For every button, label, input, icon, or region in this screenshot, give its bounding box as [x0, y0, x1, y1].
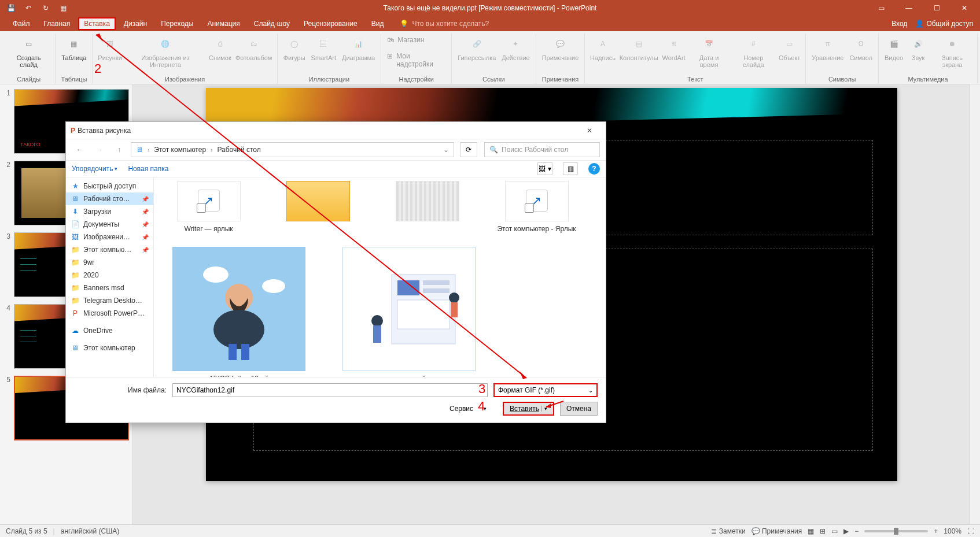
notes-button[interactable]: ≣ Заметки — [711, 527, 745, 535]
tab-file[interactable]: Файл — [7, 17, 36, 30]
tree-folder-2020[interactable]: 📁2020 — [66, 269, 153, 282]
tab-transitions[interactable]: Переходы — [155, 17, 199, 30]
file-gif-1[interactable] — [172, 247, 305, 371]
fit-to-window-icon[interactable]: ⛶ — [967, 527, 974, 535]
equation-button[interactable]: πУравнение — [809, 34, 846, 75]
tools-link[interactable]: Сервис — [450, 405, 473, 413]
zoom-in-icon[interactable]: + — [934, 527, 938, 535]
wordart-button[interactable]: 𝔄WordArt — [661, 34, 687, 75]
dialog-titlebar[interactable]: P Вставка рисунка ✕ — [66, 122, 606, 139]
ribbon-options-icon[interactable]: ▭ — [868, 0, 894, 16]
organize-button[interactable]: Упорядочить ▾ — [72, 165, 117, 173]
minimize-icon[interactable]: — — [896, 0, 922, 16]
my-addins-button[interactable]: ⊞Мои надстройки — [387, 52, 445, 68]
tree-quick-access[interactable]: ★Быстрый доступ — [66, 180, 153, 192]
chevron-down-icon[interactable]: ▾ — [541, 406, 547, 412]
comments-button[interactable]: 💬 Примечания — [751, 527, 802, 535]
tree-folder-ppt[interactable]: PMicrosoft PowerP… — [66, 307, 153, 320]
tab-home[interactable]: Главная — [38, 17, 76, 30]
tree-onedrive[interactable]: ☁OneDrive — [66, 324, 153, 337]
slide-number-button[interactable]: #Номер слайда — [731, 34, 776, 75]
share-button[interactable]: 👤 Общий доступ — [915, 20, 973, 28]
table-button[interactable]: ▦Таблица — [59, 34, 89, 75]
search-input[interactable]: 🔍 Поиск: Рабочий стол — [484, 142, 600, 157]
insert-button[interactable]: Вставить ▾ — [503, 402, 554, 416]
save-icon[interactable]: 💾 — [5, 2, 17, 14]
new-folder-button[interactable]: Новая папка — [128, 165, 168, 173]
filename-input[interactable] — [172, 383, 488, 397]
video-button[interactable]: 🎬Видео — [882, 34, 905, 75]
tab-view[interactable]: Вид — [366, 17, 390, 30]
comment-button[interactable]: 💬Примечание — [540, 34, 581, 75]
maximize-icon[interactable]: ☐ — [923, 0, 950, 16]
textbox-button[interactable]: AНадпись — [588, 34, 617, 75]
datetime-button[interactable]: 📅Дата и время — [688, 34, 730, 75]
redo-icon[interactable]: ↻ — [39, 2, 52, 14]
online-pictures-button[interactable]: 🌐Изображения из Интернета — [125, 34, 207, 75]
zoom-out-icon[interactable]: − — [854, 527, 859, 535]
file-list[interactable]: ↗ Writer — ярлык ↗ Этот компьютер - Ярлы… — [154, 177, 606, 377]
view-mode-button[interactable]: 🖼 ▾ — [537, 162, 552, 175]
nav-forward-icon[interactable]: → — [91, 142, 108, 157]
file-keyboard[interactable] — [396, 181, 459, 221]
screenshot-button[interactable]: ⎙Снимок — [207, 34, 233, 75]
start-from-beginning-icon[interactable]: ▦ — [57, 2, 69, 14]
dialog-close-icon[interactable]: ✕ — [578, 127, 601, 135]
store-button[interactable]: 🛍Магазин — [387, 36, 445, 44]
breadcrumb-pc[interactable]: Этот компьютер — [154, 146, 206, 154]
smartart-button[interactable]: ⿳SmartArt — [309, 34, 338, 75]
nav-back-icon[interactable]: ← — [72, 142, 88, 157]
tree-folder-telegram[interactable]: 📁Telegram Deskto… — [66, 294, 153, 307]
zoom-level[interactable]: 100% — [944, 527, 961, 535]
tab-animations[interactable]: Анимация — [201, 17, 245, 30]
vertical-scrollbar[interactable] — [970, 84, 980, 524]
language-status[interactable]: английский (США) — [61, 527, 119, 535]
tab-slideshow[interactable]: Слайд-шоу — [248, 17, 296, 30]
breadcrumb-desktop[interactable]: Рабочий стол — [217, 146, 260, 154]
tell-me-search[interactable]: 💡 Что вы хотите сделать? — [400, 20, 489, 28]
file-folder[interactable] — [286, 181, 350, 221]
signin-link[interactable]: Вход — [891, 20, 907, 28]
preview-pane-button[interactable]: ▥ — [563, 162, 578, 175]
file-writer-shortcut[interactable]: ↗ — [177, 181, 241, 221]
tab-design[interactable]: Дизайн — [118, 17, 153, 30]
file-pc-shortcut[interactable]: ↗ — [505, 181, 569, 221]
action-button[interactable]: ✦Действие — [499, 34, 532, 75]
tab-insert[interactable]: Вставка — [78, 17, 116, 30]
audio-button[interactable]: 🔊Звук — [907, 34, 930, 75]
nav-up-icon[interactable]: ↑ — [111, 142, 127, 157]
chart-button[interactable]: 📊Диаграмма — [340, 34, 377, 75]
tree-thispc-folder[interactable]: 📁Этот компью…📌 — [66, 243, 153, 256]
folder-tree[interactable]: ★Быстрый доступ 🖥Рабочий сто…📌 ⬇Загрузки… — [66, 177, 154, 377]
breadcrumb[interactable]: 🖥 › Этот компьютер › Рабочий стол ⌄ — [131, 142, 454, 157]
normal-view-icon[interactable]: ▦ — [808, 527, 814, 535]
sorter-view-icon[interactable]: ⊞ — [820, 527, 826, 535]
hyperlink-button[interactable]: 🔗Гиперссылка — [455, 34, 498, 75]
help-icon[interactable]: ? — [588, 163, 600, 175]
object-button[interactable]: ▭Объект — [777, 34, 802, 75]
cancel-button[interactable]: Отмена — [560, 402, 598, 416]
close-icon[interactable]: ✕ — [951, 0, 978, 16]
file-gif-2[interactable] — [342, 247, 476, 371]
new-slide-button[interactable]: ▭Создать слайд — [6, 34, 51, 75]
refresh-icon[interactable]: ⟳ — [460, 142, 477, 157]
undo-icon[interactable]: ↶ — [22, 2, 35, 14]
filetype-dropdown[interactable]: Формат GIF (*.gif) ⌄ — [493, 383, 598, 397]
shapes-button[interactable]: ◯Фигуры — [281, 34, 308, 75]
tree-downloads[interactable]: ⬇Загрузки📌 — [66, 205, 153, 218]
header-footer-button[interactable]: ▤Колонтитулы — [618, 34, 660, 75]
photo-album-button[interactable]: 🗂Фотоальбом — [234, 34, 274, 75]
tree-folder-banners[interactable]: 📁Banners msd — [66, 282, 153, 294]
tree-desktop[interactable]: 🖥Рабочий сто…📌 — [66, 192, 153, 205]
slideshow-view-icon[interactable]: ▶ — [843, 527, 849, 535]
tab-review[interactable]: Рецензирование — [298, 17, 363, 30]
reading-view-icon[interactable]: ▭ — [831, 527, 838, 535]
symbol-button[interactable]: ΩСимвол — [847, 34, 875, 75]
tree-thispc[interactable]: 🖥Этот компьютер — [66, 342, 153, 354]
chevron-down-icon[interactable]: ⌄ — [443, 146, 449, 154]
zoom-slider[interactable] — [864, 530, 928, 532]
screen-recording-button[interactable]: ⏺Запись экрана — [931, 34, 974, 75]
tree-documents[interactable]: 📄Документы📌 — [66, 218, 153, 231]
tree-images[interactable]: 🖼Изображени…📌 — [66, 231, 153, 243]
tree-folder-9wr[interactable]: 📁9wr — [66, 256, 153, 269]
